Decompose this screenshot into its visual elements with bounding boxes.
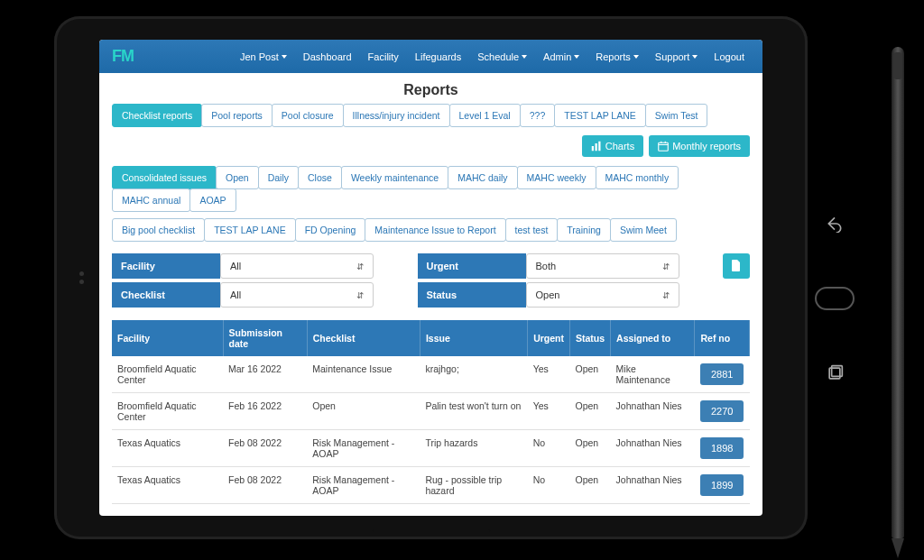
nav-schedule[interactable]: Schedule <box>472 48 532 66</box>
issue-tab[interactable]: MAHC annual <box>112 188 190 212</box>
ref-button[interactable]: 1899 <box>700 474 744 496</box>
report-tab[interactable]: Level 1 Eval <box>449 104 521 127</box>
column-header[interactable]: Submission date <box>223 320 307 356</box>
issue-tab[interactable]: MAHC daily <box>448 166 517 189</box>
navbar: FM Jen Post Dashboard Facility Lifeguard… <box>99 40 762 73</box>
column-header[interactable]: Assigned to <box>611 320 695 356</box>
calendar-icon <box>658 141 669 151</box>
issue-tab[interactable]: Weekly maintenance <box>341 166 448 189</box>
table-cell: Feb 16 2022 <box>223 393 307 430</box>
table-cell: Yes <box>528 393 570 430</box>
status-filter-select[interactable]: Open⇵ <box>526 282 679 308</box>
issue-tab[interactable]: Maintenance Issue to Report <box>365 218 505 242</box>
caret-down-icon <box>574 55 579 59</box>
caret-down-icon <box>522 55 527 59</box>
table-row: Texas AquaticsFeb 08 2022Risk Management… <box>112 430 750 467</box>
issue-tab[interactable]: Close <box>298 166 342 189</box>
report-tab[interactable]: ??? <box>520 104 556 127</box>
issue-tab[interactable]: Big pool checklist <box>112 218 205 242</box>
column-header[interactable]: Issue <box>420 320 527 356</box>
column-header[interactable]: Status <box>570 320 611 356</box>
table-cell: Open <box>307 393 420 430</box>
chevron-updown-icon: ⇵ <box>356 262 364 271</box>
table-cell: Yes <box>528 356 570 393</box>
table-cell: Johnathan Nies <box>611 467 695 504</box>
svg-rect-2 <box>592 146 594 151</box>
column-header[interactable]: Ref no <box>695 320 750 356</box>
report-tab[interactable]: Illness/injury incident <box>343 104 450 127</box>
tablet-side-buttons <box>815 215 855 382</box>
issue-tab[interactable]: Swim Meet <box>610 218 677 242</box>
brand-logo[interactable]: FM <box>112 47 134 66</box>
table-cell: Feb 08 2022 <box>223 430 307 467</box>
ref-button[interactable]: 1898 <box>700 437 744 459</box>
recent-apps-icon <box>826 364 844 382</box>
report-tab[interactable]: TEST LAP LANE <box>554 104 646 127</box>
table-cell: Broomfield Aquatic Center <box>112 356 223 393</box>
issue-tab[interactable]: TEST LAP LANE <box>204 218 296 242</box>
report-tab[interactable]: Pool closure <box>272 104 344 127</box>
issue-tab[interactable]: Training <box>557 218 611 242</box>
nav-lifeguards[interactable]: Lifeguards <box>410 48 467 66</box>
table-cell: No <box>528 430 570 467</box>
table-cell: Texas Aquatics <box>112 467 223 504</box>
back-icon <box>826 215 844 233</box>
screen: FM Jen Post Dashboard Facility Lifeguard… <box>99 40 762 516</box>
nav-dashboard[interactable]: Dashboard <box>298 48 357 66</box>
table-row: Texas AquaticsFeb 08 2022Risk Management… <box>112 467 750 504</box>
issue-tabs-row1: Consolidated issuesOpenDailyCloseWeekly … <box>112 166 750 211</box>
issue-tab[interactable]: Daily <box>258 166 299 189</box>
table-cell: krajhgo; <box>420 356 527 393</box>
caret-down-icon <box>692 55 698 59</box>
issue-tab[interactable]: Open <box>216 166 259 189</box>
nav-user[interactable]: Jen Post <box>235 48 292 66</box>
nav-reports[interactable]: Reports <box>590 48 644 66</box>
filter-row-1: Facility All⇵ Urgent Both⇵ <box>112 253 750 279</box>
column-header[interactable]: Urgent <box>528 320 570 356</box>
issues-table: FacilitySubmission dateChecklistIssueUrg… <box>112 320 750 504</box>
table-cell: Texas Aquatics <box>112 430 223 467</box>
monthly-reports-button[interactable]: Monthly reports <box>649 135 750 157</box>
ref-button[interactable]: 2881 <box>700 363 744 385</box>
issue-tab[interactable]: FD Opening <box>295 218 366 242</box>
chart-icon <box>591 141 602 151</box>
report-tabs: Checklist reportsPool reportsPool closur… <box>112 104 750 126</box>
table-cell: Mar 16 2022 <box>223 356 307 393</box>
issue-tab[interactable]: Consolidated issues <box>112 166 217 189</box>
nav-facility[interactable]: Facility <box>363 48 404 66</box>
issue-tab[interactable]: MAHC monthly <box>596 166 679 189</box>
table-body: Broomfield Aquatic CenterMar 16 2022Main… <box>112 356 750 504</box>
column-header[interactable]: Facility <box>112 320 223 356</box>
nav-admin[interactable]: Admin <box>538 48 585 66</box>
chevron-updown-icon: ⇵ <box>356 290 364 300</box>
issue-tab[interactable]: MAHC weekly <box>517 166 596 189</box>
table-cell: Johnathan Nies <box>611 430 695 467</box>
urgent-filter-select[interactable]: Both⇵ <box>526 253 679 279</box>
charts-button[interactable]: Charts <box>582 135 643 157</box>
ref-button[interactable]: 2270 <box>700 400 744 422</box>
report-tab[interactable]: Swim Test <box>645 104 708 127</box>
document-icon <box>731 260 742 272</box>
report-tab[interactable]: Pool reports <box>201 104 273 127</box>
column-header[interactable]: Checklist <box>307 320 420 356</box>
nav-logout[interactable]: Logout <box>708 48 750 66</box>
home-button[interactable] <box>815 287 855 310</box>
nav-support[interactable]: Support <box>650 48 704 66</box>
filter-row-2: Checklist All⇵ Status Open⇵ <box>112 282 750 308</box>
table-cell: Rug - possible trip hazard <box>420 467 527 504</box>
svg-rect-5 <box>659 142 669 151</box>
checklist-filter-select[interactable]: All⇵ <box>220 282 374 308</box>
table-cell: Open <box>570 393 611 430</box>
table-cell: Maintenance Issue <box>307 356 420 393</box>
table-cell: Open <box>570 430 611 467</box>
issue-tab[interactable]: test test <box>505 218 559 242</box>
export-button[interactable] <box>723 253 750 279</box>
status-filter-label: Status <box>418 282 526 308</box>
table-cell: No <box>528 467 570 504</box>
report-tab[interactable]: Checklist reports <box>112 104 202 127</box>
issue-tab[interactable]: AOAP <box>189 188 236 212</box>
facility-filter-select[interactable]: All⇵ <box>220 253 374 279</box>
tablet-frame: FM Jen Post Dashboard Facility Lifeguard… <box>54 16 808 539</box>
table-cell: Palin test won't turn on <box>420 393 527 430</box>
table-cell: Feb 08 2022 <box>223 467 307 504</box>
